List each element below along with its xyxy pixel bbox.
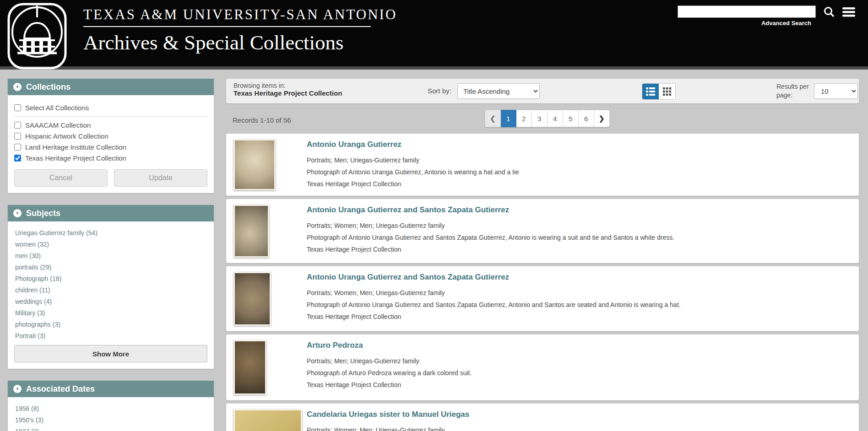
collection-checkbox-row[interactable]: Hispanic Artwork Collection (14, 132, 207, 140)
collapse-caret-icon: ▼ (13, 209, 22, 217)
item-collection: Texas Heritage Project Collection (307, 313, 680, 320)
item-title-link[interactable]: Antonio Uranga Gutierrez and Santos Zapa… (307, 273, 509, 282)
menu-hamburger-icon[interactable] (842, 6, 855, 17)
prev-page-icon[interactable]: ❮ (485, 110, 501, 127)
page-button[interactable]: 4 (548, 110, 563, 127)
search-input[interactable] (678, 5, 816, 18)
sort-select[interactable]: Title Ascending (457, 83, 540, 99)
page-button[interactable]: 1 (501, 110, 516, 127)
subject-facet-link[interactable]: portraits (29) (14, 261, 207, 273)
divider (14, 116, 207, 117)
title-divider (83, 26, 371, 27)
item-thumbnail[interactable] (233, 272, 271, 326)
item-title-link[interactable]: Arturo Pedroza (307, 341, 363, 350)
pagination: ❮ 1 2 3 4 5 6 ❯ (485, 110, 610, 127)
subject-facet-link[interactable]: Uriegas-Gutierrez family (54) (14, 227, 207, 238)
collection-checkbox-row[interactable]: Land Heritage Institute Collection (14, 143, 207, 151)
browse-toolbar: Browsing items in: Texas Heritage Projec… (226, 79, 859, 103)
collapse-caret-icon: ▼ (13, 385, 22, 393)
item-collection: Texas Heritage Project Collection (307, 381, 472, 388)
item-subjects: Portraits; Women; Men; Uriegas-Gutierrez… (307, 289, 680, 296)
item-title-link[interactable]: Antonio Uranga Gutierrez and Santos Zapa… (307, 205, 509, 215)
item-thumbnail[interactable] (233, 205, 269, 258)
collapse-caret-icon: ▼ (13, 83, 22, 91)
item-subjects: Portraits; Women; Men; Uriegas-Gutierrez… (307, 222, 674, 229)
result-item: Antonio Uranga Gutierrez and Santos Zapa… (226, 266, 859, 331)
item-description: Photograph of Arturo Pedroza wearing a d… (307, 369, 472, 377)
cancel-button[interactable]: Cancel (14, 169, 108, 187)
select-all-collections-row[interactable]: Select All Collections (14, 104, 207, 112)
list-view-icon[interactable] (642, 84, 659, 99)
item-subjects: Portraits; Men; Uriegas-Gutierrez family (307, 357, 472, 365)
collection-checkbox-row[interactable]: Texas Heritage Project Collection (14, 154, 207, 162)
results-per-page-label: Results per page: (776, 82, 811, 100)
date-facet-link[interactable]: 1956 (8) (14, 403, 207, 414)
collections-panel-header[interactable]: ▼ Collections (8, 79, 214, 95)
item-collection: Texas Heritage Project Collection (307, 180, 519, 188)
results-main: Browsing items in: Texas Heritage Projec… (226, 79, 859, 431)
browsing-collection-name: Texas Heritage Project Collection (233, 89, 342, 97)
associated-dates-panel: ▼ Associated Dates 1956 (8) 1950's (3) 1… (8, 381, 214, 431)
page-button[interactable]: 6 (579, 110, 594, 127)
collection-checkbox[interactable] (14, 144, 21, 151)
result-item: Antonio Uranga Gutierrez and Santos Zapa… (226, 199, 859, 263)
show-more-button[interactable]: Show More (14, 345, 207, 362)
item-description: Photograph of Antonio Uranga Gutierrez, … (307, 168, 519, 176)
site-title: Archives & Special Collections (83, 31, 397, 54)
site-header: TEXAS A&M UNIVERSITY-SAN ANTONIO Archive… (0, 0, 868, 70)
date-facet-link[interactable]: 1927 (2) (14, 426, 207, 431)
results-per-page-select[interactable]: 10 (814, 83, 858, 99)
collection-checkbox[interactable] (14, 122, 21, 129)
select-all-collections-checkbox[interactable] (14, 104, 21, 111)
records-row: Records 1-10 of 56 ❮ 1 2 3 4 5 6 ❯ (226, 108, 859, 134)
subjects-panel-header[interactable]: ▼ Subjects (8, 205, 214, 221)
facet-sidebar: ▼ Collections Select All Collections SAA… (8, 79, 214, 431)
associated-dates-panel-title: Associated Dates (26, 384, 95, 394)
subject-facet-link[interactable]: Military (3) (14, 307, 207, 318)
item-title-link[interactable]: Antonio Uranga Gutierrez (307, 140, 401, 149)
item-collection: Texas Heritage Project Collection (307, 246, 674, 253)
collection-checkbox-row[interactable]: SAAACAM Collection (14, 121, 207, 129)
result-item: Antonio Uranga Gutierrez Portraits; Men;… (226, 134, 859, 196)
associated-dates-panel-header[interactable]: ▼ Associated Dates (8, 381, 214, 397)
university-dome-logo-icon (5, 2, 69, 72)
item-title-link[interactable]: Candelaria Uriegas sister to Manuel Urie… (307, 410, 469, 419)
collections-panel: ▼ Collections Select All Collections SAA… (8, 79, 214, 193)
subject-facet-link[interactable]: women (32) (14, 238, 207, 250)
date-facet-link[interactable]: 1950's (3) (14, 414, 207, 426)
page-button[interactable]: 3 (532, 110, 548, 127)
subject-facet-link[interactable]: Portrait (3) (14, 330, 207, 341)
result-item: Arturo Pedroza Portraits; Men; Uriegas-G… (226, 334, 859, 400)
collections-panel-title: Collections (26, 82, 71, 92)
sort-by-label: Sort by: (428, 87, 451, 95)
page-button[interactable]: 5 (563, 110, 579, 127)
browsing-items-label: Browsing items in: (233, 82, 342, 89)
page-button[interactable]: 2 (516, 110, 532, 127)
subjects-panel-title: Subjects (26, 209, 60, 218)
item-subjects: Portraits; Women; Men; Uriegas-Gutierrez… (307, 426, 469, 431)
collection-checkbox[interactable] (14, 155, 21, 162)
collection-checkbox[interactable] (14, 133, 21, 140)
item-thumbnail[interactable] (233, 139, 276, 190)
grid-view-icon[interactable] (659, 84, 675, 99)
item-description: Photograph of Antonio Uranga Gutierrez a… (307, 234, 674, 241)
item-thumbnail[interactable] (233, 409, 302, 431)
item-thumbnail[interactable] (233, 340, 266, 395)
advanced-search-link[interactable]: Advanced Search (658, 20, 811, 27)
subject-facet-link[interactable]: children (11) (14, 284, 207, 296)
subject-facet-link[interactable]: photographs (3) (14, 318, 207, 330)
next-page-icon[interactable]: ❯ (594, 110, 610, 127)
view-toggle (642, 83, 676, 100)
item-description: Photograph of Antonio Uranga Gutierrez a… (307, 301, 680, 308)
item-subjects: Portraits; Men; Uriegas-Gutierrez family (307, 156, 519, 164)
subject-facet-link[interactable]: Photograph (18) (14, 273, 207, 284)
university-name: TEXAS A&M UNIVERSITY-SAN ANTONIO (83, 6, 397, 23)
records-count-label: Records 1-10 of 56 (233, 116, 291, 124)
search-icon[interactable] (823, 6, 835, 18)
subject-facet-link[interactable]: men (30) (14, 250, 207, 261)
subject-facet-link[interactable]: weddings (4) (14, 296, 207, 307)
result-item: Candelaria Uriegas sister to Manuel Urie… (226, 404, 859, 431)
subjects-panel: ▼ Subjects Uriegas-Gutierrez family (54)… (8, 205, 214, 369)
update-button[interactable]: Update (114, 169, 207, 187)
